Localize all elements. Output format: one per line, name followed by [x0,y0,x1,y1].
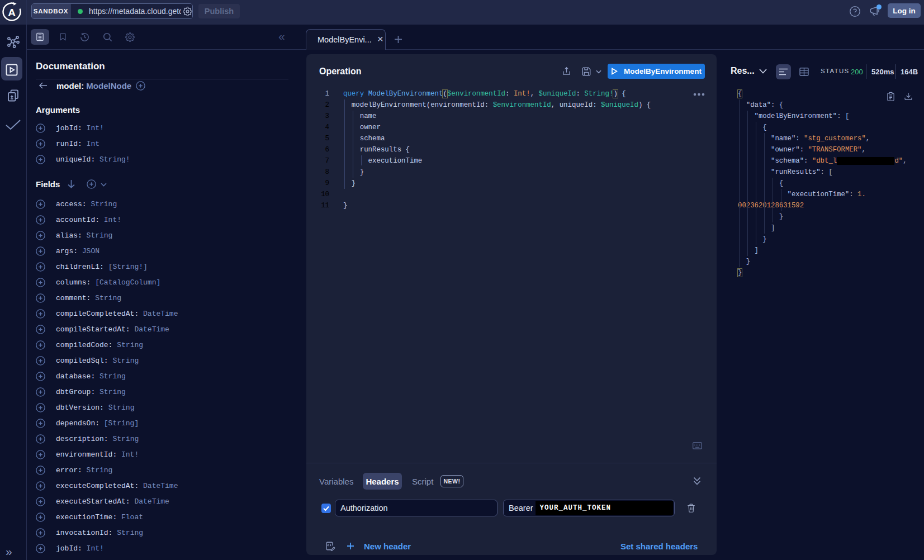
svg-text:A: A [8,7,16,18]
